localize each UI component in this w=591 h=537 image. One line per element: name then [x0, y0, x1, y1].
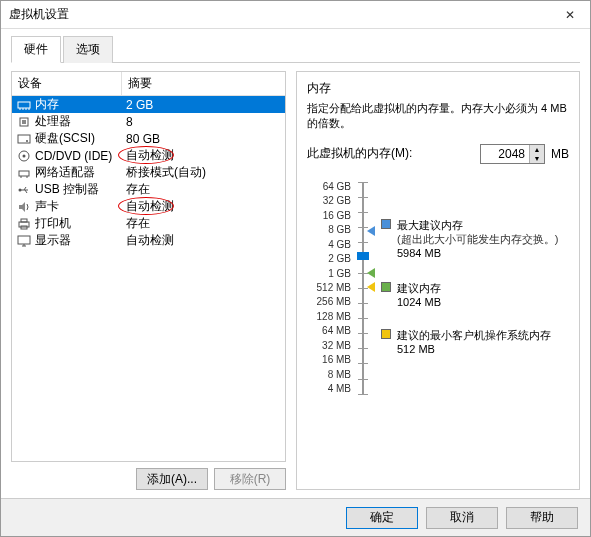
- tab-hardware[interactable]: 硬件: [11, 36, 61, 63]
- usb-icon: [16, 183, 32, 197]
- hw-row-cd[interactable]: CD/DVD (IDE)自动检测: [12, 147, 285, 164]
- device-name: 硬盘(SCSI): [35, 130, 122, 147]
- marker-min-icon: [367, 282, 375, 292]
- col-device: 设备: [12, 72, 122, 95]
- memory-slider[interactable]: [355, 178, 371, 398]
- device-name: USB 控制器: [35, 181, 122, 198]
- device-name: 处理器: [35, 113, 122, 130]
- tick-label: 64 GB: [307, 180, 351, 194]
- tick-label: 4 MB: [307, 382, 351, 396]
- legend-min-title: 建议的最小客户机操作系统内存: [397, 328, 551, 342]
- hw-row-usb[interactable]: USB 控制器存在: [12, 181, 285, 198]
- legend-rec-val: 1024 MB: [397, 295, 441, 309]
- device-name: CD/DVD (IDE): [35, 149, 122, 163]
- svg-rect-11: [19, 171, 29, 176]
- slider-tick-labels: 64 GB32 GB16 GB8 GB4 GB2 GB1 GB512 MB256…: [307, 178, 351, 398]
- right-pane: 内存 指定分配给此虚拟机的内存量。内存大小必须为 4 MB 的倍数。 此虚拟机的…: [296, 71, 580, 490]
- hw-row-disk[interactable]: 硬盘(SCSI)80 GB: [12, 130, 285, 147]
- hw-row-cpu[interactable]: 处理器8: [12, 113, 285, 130]
- hw-row-display[interactable]: 显示器自动检测: [12, 232, 285, 249]
- ok-button[interactable]: 确定: [346, 507, 418, 529]
- device-name: 声卡: [35, 198, 122, 215]
- legend-max-title: 最大建议内存: [397, 218, 558, 232]
- tick-label: 128 MB: [307, 310, 351, 324]
- memory-icon: [16, 98, 32, 112]
- titlebar: 虚拟机设置: [1, 1, 590, 29]
- marker-rec-icon: [367, 268, 375, 278]
- memory-section-desc: 指定分配给此虚拟机的内存量。内存大小必须为 4 MB 的倍数。: [307, 101, 569, 132]
- tick-label: 8 GB: [307, 223, 351, 237]
- hardware-list: 设备 摘要 内存2 GB处理器8硬盘(SCSI)80 GBCD/DVD (IDE…: [11, 71, 286, 462]
- col-summary: 摘要: [122, 72, 285, 95]
- tick-label: 16 MB: [307, 353, 351, 367]
- tick-label: 32 GB: [307, 194, 351, 208]
- legend-min-val: 512 MB: [397, 342, 551, 356]
- hw-list-header: 设备 摘要: [12, 72, 285, 96]
- tick-label: 32 MB: [307, 339, 351, 353]
- sound-icon: [16, 200, 32, 214]
- legend-max-icon: [381, 219, 391, 229]
- svg-rect-21: [18, 236, 30, 244]
- memory-unit: MB: [551, 147, 569, 161]
- svg-point-10: [23, 154, 26, 157]
- legend-max-sub: (超出此大小可能发生内存交换。): [397, 232, 558, 246]
- tick-label: 16 GB: [307, 209, 351, 223]
- legend: 最大建议内存 (超出此大小可能发生内存交换。) 5984 MB 建议内存 102…: [375, 178, 569, 398]
- device-summary: 2 GB: [122, 98, 285, 112]
- tick-label: 1 GB: [307, 267, 351, 281]
- memory-input[interactable]: [481, 147, 529, 161]
- hw-row-net[interactable]: 网络适配器桥接模式(自动): [12, 164, 285, 181]
- device-summary: 桥接模式(自动): [122, 164, 285, 181]
- svg-rect-19: [21, 219, 27, 222]
- tab-options[interactable]: 选项: [63, 36, 113, 63]
- close-button[interactable]: [550, 1, 590, 29]
- device-name: 内存: [35, 96, 122, 113]
- svg-rect-7: [18, 135, 30, 143]
- add-button[interactable]: 添加(A)...: [136, 468, 208, 490]
- legend-min-icon: [381, 329, 391, 339]
- help-button[interactable]: 帮助: [506, 507, 578, 529]
- device-name: 打印机: [35, 215, 122, 232]
- device-summary: 自动检测: [122, 147, 285, 164]
- tick-label: 8 MB: [307, 368, 351, 382]
- display-icon: [16, 234, 32, 248]
- svg-rect-6: [22, 120, 26, 124]
- annotation-circle: [118, 197, 174, 215]
- net-icon: [16, 166, 32, 180]
- memory-section-title: 内存: [307, 80, 569, 97]
- left-pane: 设备 摘要 内存2 GB处理器8硬盘(SCSI)80 GBCD/DVD (IDE…: [11, 71, 286, 490]
- remove-button[interactable]: 移除(R): [214, 468, 286, 490]
- tick-label: 2 GB: [307, 252, 351, 266]
- device-summary: 8: [122, 115, 285, 129]
- spinner-up-icon[interactable]: ▲: [530, 145, 544, 154]
- tabs: 硬件 选项: [11, 35, 580, 63]
- annotation-circle: [118, 146, 174, 164]
- device-summary: 自动检测: [122, 232, 285, 249]
- device-summary: 存在: [122, 181, 285, 198]
- memory-label: 此虚拟机的内存(M):: [307, 145, 474, 162]
- slider-thumb[interactable]: [357, 252, 369, 260]
- spinner-down-icon[interactable]: ▼: [530, 154, 544, 163]
- device-summary: 存在: [122, 215, 285, 232]
- cancel-button[interactable]: 取消: [426, 507, 498, 529]
- printer-icon: [16, 217, 32, 231]
- memory-spinner[interactable]: ▲ ▼: [480, 144, 545, 164]
- device-summary: 自动检测: [122, 198, 285, 215]
- marker-max-icon: [367, 226, 375, 236]
- cd-icon: [16, 149, 32, 163]
- svg-point-8: [26, 140, 28, 142]
- device-summary: 80 GB: [122, 132, 285, 146]
- hw-row-sound[interactable]: 声卡自动检测: [12, 198, 285, 215]
- legend-rec-icon: [381, 282, 391, 292]
- disk-icon: [16, 132, 32, 146]
- tick-label: 64 MB: [307, 324, 351, 338]
- dialog-footer: 确定 取消 帮助: [1, 498, 590, 536]
- tick-label: 256 MB: [307, 295, 351, 309]
- hw-row-memory[interactable]: 内存2 GB: [12, 96, 285, 113]
- hw-row-printer[interactable]: 打印机存在: [12, 215, 285, 232]
- device-name: 显示器: [35, 232, 122, 249]
- device-name: 网络适配器: [35, 164, 122, 181]
- legend-rec-title: 建议内存: [397, 281, 441, 295]
- svg-rect-0: [18, 102, 30, 108]
- legend-max-val: 5984 MB: [397, 246, 558, 260]
